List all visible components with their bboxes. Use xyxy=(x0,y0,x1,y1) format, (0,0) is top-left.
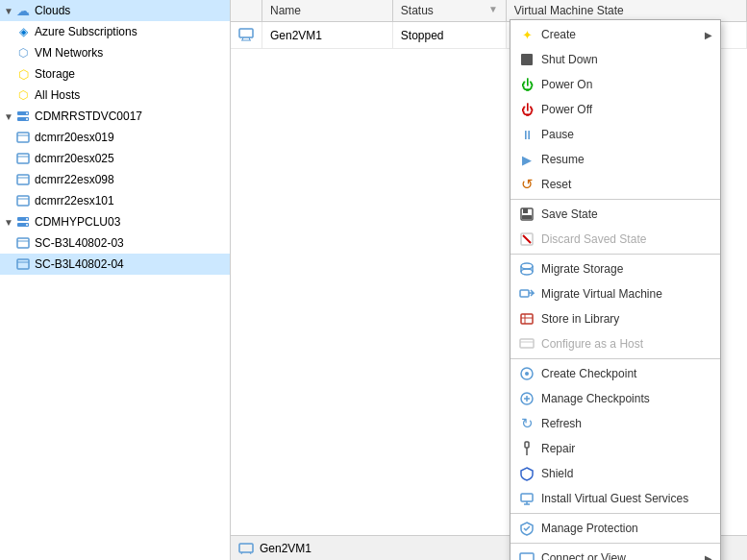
menu-item-discardstate[interactable]: Discard Saved State xyxy=(510,227,720,252)
host-scb03-icon xyxy=(15,235,31,251)
menu-item-migratestorage[interactable]: Migrate Storage xyxy=(510,256,720,281)
create-icon: ✦ xyxy=(518,26,535,43)
host-esx025-icon xyxy=(15,151,31,166)
svg-line-29 xyxy=(523,235,531,243)
menu-item-shutdown[interactable]: Shut Down xyxy=(510,47,720,72)
sidebar-item-esx098[interactable]: dcmrr22esx098 xyxy=(0,169,230,190)
hosts-icon: ⬡ xyxy=(15,87,31,103)
shutdown-icon xyxy=(518,51,535,68)
svg-rect-18 xyxy=(17,259,29,269)
connectview-icon xyxy=(518,549,535,560)
menu-item-migratevm[interactable]: Migrate Virtual Machine xyxy=(510,281,720,306)
menu-item-repair[interactable]: Repair xyxy=(510,436,720,461)
menu-item-poweron[interactable]: ⏻ Power On xyxy=(510,72,720,97)
sidebar-label-allhosts: All Hosts xyxy=(35,88,80,102)
content-area: Name Status ▼ Virtual Machine State xyxy=(231,0,747,560)
menu-item-storeinlibrary[interactable]: Store in Library xyxy=(510,306,720,331)
sidebar-item-vmnetworks[interactable]: ⬡ VM Networks xyxy=(0,42,230,63)
sidebar-item-allhosts[interactable]: ⬡ All Hosts xyxy=(0,85,230,106)
menu-label-managecheckpoints: Manage Checkpoints xyxy=(541,392,650,405)
menu-label-repair: Repair xyxy=(541,442,575,455)
menu-item-managecheckpoints[interactable]: Manage Checkpoints xyxy=(510,386,720,411)
col-status[interactable]: Status ▼ xyxy=(392,0,506,22)
menu-label-create: Create xyxy=(541,28,576,41)
sidebar-item-azure[interactable]: ◈ Azure Subscriptions xyxy=(0,21,230,42)
svg-rect-57 xyxy=(239,544,253,552)
menu-item-createcheckpoint[interactable]: Create Checkpoint xyxy=(510,361,720,386)
host-esx019-icon xyxy=(15,130,31,145)
sidebar-label-esx098: dcmrr22esx098 xyxy=(35,173,114,186)
menu-item-resume[interactable]: ▶ Resume xyxy=(510,147,720,172)
svg-point-15 xyxy=(26,224,28,226)
sidebar-label-esx101: dcmrr22esx101 xyxy=(35,194,114,207)
repair-icon xyxy=(518,440,535,457)
storage-icon: ⬡ xyxy=(15,66,31,82)
menu-label-pause: Pause xyxy=(541,128,574,141)
sidebar-item-scb03[interactable]: SC-B3L40802-03 xyxy=(0,232,230,254)
createcheckpoint-icon xyxy=(518,365,535,382)
menu-item-shield[interactable]: Shield xyxy=(510,461,720,486)
migratevm-icon xyxy=(518,285,535,303)
sidebar-item-cdmrr[interactable]: ▼ CDMRRSTDVC0017 xyxy=(0,106,230,127)
menu-label-discardstate: Discard Saved State xyxy=(541,232,646,246)
col-name[interactable]: Name xyxy=(262,0,393,22)
svg-rect-10 xyxy=(17,196,29,206)
menu-item-savestate[interactable]: Save State xyxy=(510,202,720,227)
expand-arrow-cdmrr: ▼ xyxy=(4,111,15,122)
menu-item-reset[interactable]: ↺ Reset xyxy=(510,172,720,197)
menu-item-manageprotection[interactable]: Manage Protection xyxy=(510,516,720,541)
host-esx101-icon xyxy=(15,193,31,208)
sidebar-label-scb04: SC-B3L40802-04 xyxy=(35,257,124,271)
row-icon-cell xyxy=(231,22,262,49)
menu-item-create[interactable]: ✦ Create ▶ xyxy=(510,22,720,47)
menu-item-poweroff[interactable]: ⏻ Power Off xyxy=(510,97,720,122)
svg-rect-45 xyxy=(525,442,529,448)
menu-label-poweroff: Power Off xyxy=(541,103,592,116)
context-menu: ✦ Create ▶ Shut Down ⏻ Power On ⏻ xyxy=(510,19,721,560)
menu-item-installguest[interactable]: Install Virtual Guest Services xyxy=(510,486,720,511)
menu-label-storeinlibrary: Store in Library xyxy=(541,312,619,326)
separator-5 xyxy=(510,543,720,544)
svg-rect-26 xyxy=(523,208,528,213)
sidebar-label-storage: Storage xyxy=(35,67,75,81)
svg-rect-34 xyxy=(520,290,529,297)
sidebar-item-scb04[interactable]: SC-B3L40802-04 xyxy=(0,254,230,275)
sidebar-item-clouds[interactable]: ▼ ☁ Clouds xyxy=(0,0,230,21)
host-esx098-icon xyxy=(15,172,31,187)
connectview-arrow: ▶ xyxy=(705,553,712,561)
svg-rect-16 xyxy=(17,238,29,248)
sidebar-item-esx019[interactable]: dcmrr20esx019 xyxy=(0,127,230,148)
menu-label-shutdown: Shut Down xyxy=(541,53,598,66)
menu-item-configurehost[interactable]: Configure as a Host xyxy=(510,331,720,356)
sort-icon-status: ▼ xyxy=(488,4,498,14)
svg-rect-35 xyxy=(521,314,533,324)
menu-item-refresh[interactable]: ↻ Refresh xyxy=(510,411,720,436)
svg-rect-24 xyxy=(521,54,533,65)
menu-label-savestate: Save State xyxy=(541,207,598,221)
svg-rect-20 xyxy=(239,29,253,37)
resume-icon: ▶ xyxy=(518,151,535,168)
svg-point-41 xyxy=(525,372,529,376)
poweron-icon: ⏻ xyxy=(518,76,535,93)
sidebar-item-esx101[interactable]: dcmrr22esx101 xyxy=(0,190,230,211)
poweroff-icon: ⏻ xyxy=(518,101,535,118)
separator-4 xyxy=(510,513,720,514)
installguest-icon xyxy=(518,490,535,507)
svg-point-3 xyxy=(26,118,28,120)
sidebar-label-cdmrr: CDMRRSTDVC0017 xyxy=(35,110,142,123)
menu-item-pause[interactable]: ⏸ Pause xyxy=(510,122,720,147)
menu-label-shield: Shield xyxy=(541,467,573,480)
pause-icon: ⏸ xyxy=(518,126,535,143)
server-cdmrr-icon xyxy=(15,109,31,124)
svg-rect-50 xyxy=(520,553,534,560)
menu-label-connectview: Connect or View xyxy=(541,551,626,560)
savestate-icon xyxy=(518,206,535,223)
menu-label-createcheckpoint: Create Checkpoint xyxy=(541,367,636,380)
sidebar-item-storage[interactable]: ⬡ Storage xyxy=(0,63,230,85)
menu-item-connectview[interactable]: Connect or View ▶ xyxy=(510,546,720,560)
clouds-icon: ☁ xyxy=(15,3,31,18)
sidebar-item-esx025[interactable]: dcmrr20esx025 xyxy=(0,148,230,169)
svg-rect-27 xyxy=(522,215,532,219)
sidebar-item-cdmhyp[interactable]: ▼ CDMHYPCLU03 xyxy=(0,211,230,232)
expand-arrow-cdmhyp: ▼ xyxy=(4,217,15,228)
